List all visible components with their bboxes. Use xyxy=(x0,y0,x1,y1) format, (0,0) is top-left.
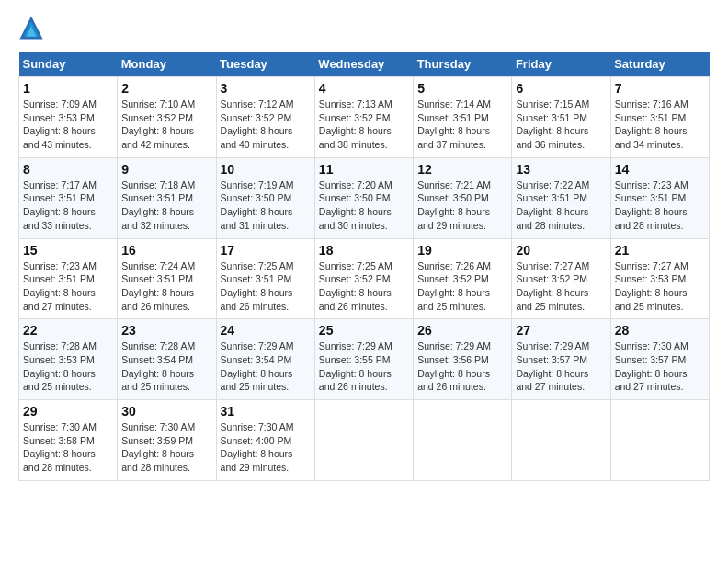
day-number: 16 xyxy=(121,243,211,258)
day-cell: 6Sunrise: 7:15 AM Sunset: 3:51 PM Daylig… xyxy=(512,77,610,158)
day-info: Sunrise: 7:20 AM Sunset: 3:50 PM Dayligh… xyxy=(319,178,409,233)
day-cell: 22Sunrise: 7:28 AM Sunset: 3:53 PM Dayli… xyxy=(19,319,118,400)
day-number: 12 xyxy=(417,162,507,177)
col-header-wednesday: Wednesday xyxy=(314,52,413,77)
day-number: 31 xyxy=(221,404,311,419)
day-cell: 9Sunrise: 7:18 AM Sunset: 3:51 PM Daylig… xyxy=(118,157,216,238)
day-number: 13 xyxy=(516,162,606,177)
day-number: 5 xyxy=(417,81,507,96)
day-info: Sunrise: 7:30 AM Sunset: 3:58 PM Dayligh… xyxy=(23,420,113,475)
day-number: 27 xyxy=(516,323,606,338)
header-row: SundayMondayTuesdayWednesdayThursdayFrid… xyxy=(19,52,710,77)
day-info: Sunrise: 7:29 AM Sunset: 3:56 PM Dayligh… xyxy=(417,339,507,394)
day-number: 9 xyxy=(121,162,211,177)
day-number: 6 xyxy=(516,81,606,96)
day-cell: 21Sunrise: 7:27 AM Sunset: 3:53 PM Dayli… xyxy=(610,238,709,319)
week-row-4: 22Sunrise: 7:28 AM Sunset: 3:53 PM Dayli… xyxy=(19,319,710,400)
day-number: 18 xyxy=(319,243,409,258)
day-cell: 23Sunrise: 7:28 AM Sunset: 3:54 PM Dayli… xyxy=(118,319,216,400)
day-cell: 18Sunrise: 7:25 AM Sunset: 3:52 PM Dayli… xyxy=(314,238,413,319)
col-header-monday: Monday xyxy=(118,52,216,77)
day-info: Sunrise: 7:25 AM Sunset: 3:52 PM Dayligh… xyxy=(319,259,409,314)
week-row-3: 15Sunrise: 7:23 AM Sunset: 3:51 PM Dayli… xyxy=(19,238,710,319)
week-row-2: 8Sunrise: 7:17 AM Sunset: 3:51 PM Daylig… xyxy=(19,157,710,238)
day-cell xyxy=(512,400,610,481)
day-number: 21 xyxy=(615,243,705,258)
day-number: 15 xyxy=(23,243,113,258)
day-info: Sunrise: 7:13 AM Sunset: 3:52 PM Dayligh… xyxy=(319,98,409,152)
day-info: Sunrise: 7:21 AM Sunset: 3:50 PM Dayligh… xyxy=(417,178,507,233)
day-cell xyxy=(414,400,512,481)
day-info: Sunrise: 7:22 AM Sunset: 3:51 PM Dayligh… xyxy=(516,178,606,233)
day-number: 24 xyxy=(221,323,311,338)
logo-icon xyxy=(18,15,44,40)
day-info: Sunrise: 7:30 AM Sunset: 4:00 PM Dayligh… xyxy=(221,420,311,475)
col-header-saturday: Saturday xyxy=(610,52,709,77)
day-cell: 5Sunrise: 7:14 AM Sunset: 3:51 PM Daylig… xyxy=(414,77,512,158)
day-cell: 3Sunrise: 7:12 AM Sunset: 3:52 PM Daylig… xyxy=(216,77,314,158)
day-number: 19 xyxy=(417,243,507,258)
day-info: Sunrise: 7:15 AM Sunset: 3:51 PM Dayligh… xyxy=(516,98,606,152)
day-number: 1 xyxy=(23,81,113,96)
day-info: Sunrise: 7:30 AM Sunset: 3:57 PM Dayligh… xyxy=(615,339,705,394)
day-number: 17 xyxy=(221,243,311,258)
day-info: Sunrise: 7:23 AM Sunset: 3:51 PM Dayligh… xyxy=(615,178,705,233)
day-cell: 8Sunrise: 7:17 AM Sunset: 3:51 PM Daylig… xyxy=(19,157,118,238)
col-header-sunday: Sunday xyxy=(19,52,118,77)
day-cell: 27Sunrise: 7:29 AM Sunset: 3:57 PM Dayli… xyxy=(512,319,610,400)
page: SundayMondayTuesdayWednesdayThursdayFrid… xyxy=(0,0,728,490)
header xyxy=(18,15,710,40)
day-cell: 15Sunrise: 7:23 AM Sunset: 3:51 PM Dayli… xyxy=(19,238,118,319)
week-row-5: 29Sunrise: 7:30 AM Sunset: 3:58 PM Dayli… xyxy=(19,400,710,481)
day-number: 11 xyxy=(319,162,409,177)
day-cell: 10Sunrise: 7:19 AM Sunset: 3:50 PM Dayli… xyxy=(216,157,314,238)
day-cell: 25Sunrise: 7:29 AM Sunset: 3:55 PM Dayli… xyxy=(314,319,413,400)
day-info: Sunrise: 7:14 AM Sunset: 3:51 PM Dayligh… xyxy=(417,98,507,152)
day-number: 7 xyxy=(615,81,705,96)
day-number: 2 xyxy=(121,81,211,96)
day-info: Sunrise: 7:23 AM Sunset: 3:51 PM Dayligh… xyxy=(23,259,113,314)
day-info: Sunrise: 7:12 AM Sunset: 3:52 PM Dayligh… xyxy=(221,98,311,152)
day-number: 30 xyxy=(121,404,211,419)
day-info: Sunrise: 7:27 AM Sunset: 3:53 PM Dayligh… xyxy=(615,259,705,314)
col-header-thursday: Thursday xyxy=(414,52,512,77)
day-info: Sunrise: 7:09 AM Sunset: 3:53 PM Dayligh… xyxy=(23,98,113,152)
day-number: 20 xyxy=(516,243,606,258)
day-cell: 13Sunrise: 7:22 AM Sunset: 3:51 PM Dayli… xyxy=(512,157,610,238)
day-info: Sunrise: 7:28 AM Sunset: 3:54 PM Dayligh… xyxy=(121,339,211,394)
day-number: 4 xyxy=(319,81,409,96)
day-cell: 14Sunrise: 7:23 AM Sunset: 3:51 PM Dayli… xyxy=(610,157,709,238)
col-header-tuesday: Tuesday xyxy=(216,52,314,77)
day-cell: 29Sunrise: 7:30 AM Sunset: 3:58 PM Dayli… xyxy=(19,400,118,481)
day-cell: 26Sunrise: 7:29 AM Sunset: 3:56 PM Dayli… xyxy=(414,319,512,400)
day-cell: 16Sunrise: 7:24 AM Sunset: 3:51 PM Dayli… xyxy=(118,238,216,319)
day-cell: 12Sunrise: 7:21 AM Sunset: 3:50 PM Dayli… xyxy=(414,157,512,238)
day-info: Sunrise: 7:29 AM Sunset: 3:54 PM Dayligh… xyxy=(221,339,311,394)
day-cell xyxy=(314,400,413,481)
day-info: Sunrise: 7:26 AM Sunset: 3:52 PM Dayligh… xyxy=(417,259,507,314)
col-header-friday: Friday xyxy=(512,52,610,77)
day-info: Sunrise: 7:25 AM Sunset: 3:51 PM Dayligh… xyxy=(221,259,311,314)
day-number: 8 xyxy=(23,162,113,177)
day-info: Sunrise: 7:10 AM Sunset: 3:52 PM Dayligh… xyxy=(121,98,211,152)
day-info: Sunrise: 7:29 AM Sunset: 3:57 PM Dayligh… xyxy=(516,339,606,394)
day-info: Sunrise: 7:29 AM Sunset: 3:55 PM Dayligh… xyxy=(319,339,409,394)
day-number: 28 xyxy=(615,323,705,338)
day-cell: 17Sunrise: 7:25 AM Sunset: 3:51 PM Dayli… xyxy=(216,238,314,319)
day-info: Sunrise: 7:24 AM Sunset: 3:51 PM Dayligh… xyxy=(121,259,211,314)
day-number: 22 xyxy=(23,323,113,338)
day-cell: 20Sunrise: 7:27 AM Sunset: 3:52 PM Dayli… xyxy=(512,238,610,319)
day-cell: 28Sunrise: 7:30 AM Sunset: 3:57 PM Dayli… xyxy=(610,319,709,400)
day-cell: 30Sunrise: 7:30 AM Sunset: 3:59 PM Dayli… xyxy=(118,400,216,481)
day-info: Sunrise: 7:28 AM Sunset: 3:53 PM Dayligh… xyxy=(23,339,113,394)
day-number: 23 xyxy=(121,323,211,338)
logo xyxy=(18,15,48,40)
day-cell: 4Sunrise: 7:13 AM Sunset: 3:52 PM Daylig… xyxy=(314,77,413,158)
week-row-1: 1Sunrise: 7:09 AM Sunset: 3:53 PM Daylig… xyxy=(19,77,710,158)
day-info: Sunrise: 7:18 AM Sunset: 3:51 PM Dayligh… xyxy=(121,178,211,233)
day-cell: 31Sunrise: 7:30 AM Sunset: 4:00 PM Dayli… xyxy=(216,400,314,481)
day-number: 26 xyxy=(417,323,507,338)
day-cell: 7Sunrise: 7:16 AM Sunset: 3:51 PM Daylig… xyxy=(610,77,709,158)
calendar-table: SundayMondayTuesdayWednesdayThursdayFrid… xyxy=(18,52,710,481)
day-info: Sunrise: 7:17 AM Sunset: 3:51 PM Dayligh… xyxy=(23,178,113,233)
